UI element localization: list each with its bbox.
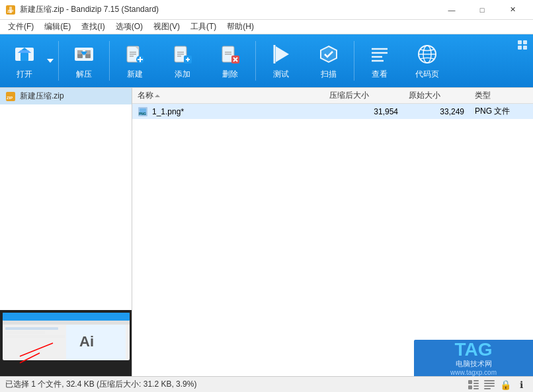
file-thumbnail: Ai (0, 310, 132, 376)
maximize-button[interactable]: □ (467, 0, 497, 20)
add-icon (171, 42, 194, 66)
toolbar-sep-3 (255, 41, 256, 81)
svg-rect-49 (523, 40, 527, 44)
right-panel: 名称 压缩后大小 原始大小 类型 (132, 88, 533, 376)
status-icons: 🔒 ℹ (467, 379, 528, 391)
status-encrypt-icon[interactable]: 🔒 (499, 379, 512, 391)
menu-tools[interactable]: 工具(T) (185, 20, 222, 34)
delete-icon (218, 42, 242, 66)
file-compressed-size: 31,954 (329, 107, 409, 116)
file-list-header: 名称 压缩后大小 原始大小 类型 (132, 88, 533, 104)
svg-rect-72 (468, 385, 472, 389)
extract-icon (72, 42, 96, 66)
menu-view[interactable]: 视图(V) (148, 20, 185, 34)
codepage-label: 代码页 (415, 69, 439, 80)
menu-bar: 文件(F) 编辑(E) 查找(I) 选项(O) 视图(V) 工具(T) 帮助(H… (0, 20, 533, 34)
minimize-button[interactable]: — (436, 0, 467, 20)
tree-item-label: 新建压缩.zip (20, 91, 64, 102)
svg-rect-70 (473, 380, 479, 381)
view-button[interactable]: 查看 (356, 37, 403, 85)
codepage-button[interactable]: 代码页 (403, 37, 451, 85)
tag-watermark: TAG 电脑技术网 www.tagxp.com (414, 340, 533, 376)
open-button[interactable]: 打开 (5, 37, 44, 85)
view-icon (368, 42, 391, 66)
svg-text:ZIP: ZIP (7, 96, 13, 100)
svg-rect-5 (20, 53, 28, 61)
status-list-view[interactable] (467, 379, 480, 391)
toolbar-sep-2 (109, 41, 110, 81)
delete-button[interactable]: 删除 (206, 37, 254, 85)
zip-file-icon: ZIP (5, 91, 16, 102)
new-label: 新建 (127, 69, 143, 80)
file-name-cell: PNG 1_1.png* (138, 106, 329, 117)
svg-rect-69 (468, 380, 472, 384)
close-button[interactable]: ✕ (497, 0, 528, 20)
file-list-body: PNG 1_1.png* 31,954 33,249 PNG 文件 (132, 104, 533, 376)
svg-rect-77 (484, 385, 495, 387)
file-type: PNG 文件 (475, 106, 528, 117)
new-button[interactable]: 新建 (111, 37, 159, 85)
extract-button[interactable]: 解压 (60, 37, 108, 85)
svg-rect-48 (518, 40, 522, 44)
menu-options[interactable]: 选项(O) (110, 20, 148, 34)
add-label: 添加 (175, 69, 190, 80)
menu-help[interactable]: 帮助(H) (222, 20, 259, 34)
tag-url: www.tagxp.com (450, 369, 497, 376)
svg-marker-39 (276, 46, 289, 62)
col-header-original: 原始大小 (409, 90, 475, 101)
new-icon (123, 42, 147, 66)
open-icon (13, 42, 36, 66)
toolbar-sep-1 (58, 41, 59, 81)
scan-button[interactable]: 扫描 (305, 37, 352, 85)
menu-find[interactable]: 查找(I) (76, 20, 110, 34)
toolbar-sep-4 (354, 41, 354, 81)
test-button[interactable]: 测试 (257, 37, 305, 85)
col-header-compressed: 压缩后大小 (329, 90, 409, 101)
app-icon: ZIP (5, 5, 16, 15)
svg-rect-51 (523, 46, 527, 50)
tag-logo: TAG (454, 340, 492, 359)
toolbar: 打开 解压 (0, 34, 533, 87)
svg-rect-71 (473, 383, 479, 384)
open-dropdown-button[interactable] (44, 37, 57, 85)
svg-rect-73 (473, 385, 479, 387)
svg-rect-78 (484, 388, 491, 389)
file-original-size: 33,249 (409, 107, 475, 116)
menu-file[interactable]: 文件(F) (3, 20, 39, 34)
svg-rect-56 (3, 313, 130, 321)
svg-rect-59 (5, 331, 45, 334)
status-detail-view[interactable] (483, 379, 496, 391)
file-row[interactable]: PNG 1_1.png* 31,954 33,249 PNG 文件 (132, 104, 533, 119)
test-icon (269, 42, 293, 66)
png-file-icon: PNG (138, 106, 148, 117)
svg-rect-50 (518, 46, 522, 50)
status-info-icon[interactable]: ℹ (514, 379, 528, 391)
col-header-name: 名称 (138, 90, 329, 101)
title-bar-left: ZIP 新建压缩.zip - Bandizip 7.15 (Standard) (5, 4, 159, 15)
col-header-type: 类型 (475, 90, 528, 101)
grid-view-button[interactable] (517, 40, 528, 50)
status-text: 已选择 1 个文件, 32.4 KB (压缩后大小: 31.2 KB, 3.9%… (5, 379, 467, 390)
tree-item-zip[interactable]: ZIP 新建压缩.zip (0, 88, 132, 104)
extract-label: 解压 (76, 69, 92, 80)
title-bar-controls: — □ ✕ (436, 0, 528, 20)
svg-rect-74 (473, 388, 479, 389)
svg-text:Ai: Ai (79, 333, 94, 350)
svg-rect-61 (66, 325, 126, 360)
codepage-icon (415, 42, 439, 66)
tree-empty-area (0, 104, 132, 310)
tag-subtitle: 电脑技术网 (456, 359, 492, 369)
svg-marker-65 (155, 95, 160, 97)
scan-label: 扫描 (321, 69, 337, 80)
left-panel: ZIP 新建压缩.zip Ai (0, 88, 132, 376)
title-bar: ZIP 新建压缩.zip - Bandizip 7.15 (Standard) … (0, 0, 533, 20)
menu-edit[interactable]: 编辑(E) (39, 20, 76, 34)
file-name: 1_1.png* (152, 107, 184, 116)
svg-rect-76 (484, 383, 495, 384)
status-bar: 已选择 1 个文件, 32.4 KB (压缩后大小: 31.2 KB, 3.9%… (0, 376, 533, 392)
svg-text:ZIP: ZIP (7, 9, 13, 13)
main-area: ZIP 新建压缩.zip Ai (0, 87, 533, 376)
add-button[interactable]: 添加 (159, 37, 206, 85)
open-label: 打开 (17, 69, 32, 80)
svg-rect-57 (3, 321, 130, 325)
